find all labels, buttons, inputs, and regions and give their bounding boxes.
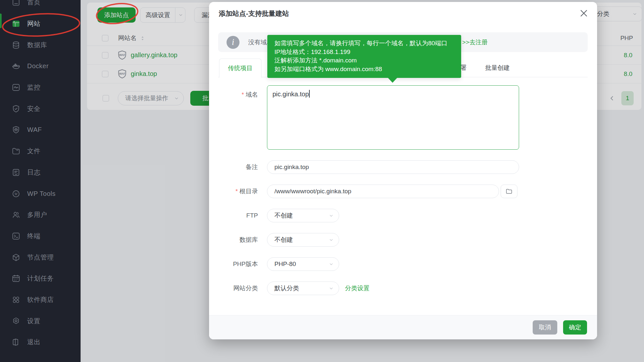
text-caret bbox=[309, 90, 310, 98]
domain-row: *域名 pic.ginka.top bbox=[209, 85, 597, 150]
root-dir-row: *根目录 /www/wwwroot/pic.ginka.top bbox=[209, 185, 597, 198]
tooltip-line: 如另加端口格式为 www.domain.com:88 bbox=[274, 65, 461, 74]
chevron-down-icon bbox=[329, 213, 334, 218]
php-version-row: PHP版本 PHP-80 bbox=[209, 257, 597, 271]
php-version-label: PHP版本 bbox=[209, 257, 258, 271]
domain-textarea[interactable]: pic.ginka.top bbox=[267, 85, 519, 150]
tab-batch-create[interactable]: 批量创建 bbox=[485, 59, 510, 77]
browse-folder-button[interactable] bbox=[501, 185, 517, 198]
folder-icon bbox=[505, 188, 513, 195]
chevron-down-icon bbox=[329, 238, 334, 242]
close-icon[interactable] bbox=[579, 8, 589, 18]
domain-help-tooltip: 如需填写多个域名，请换行填写，每行一个域名，默认为80端口 IP地址格式：192… bbox=[267, 35, 461, 78]
register-link[interactable]: >>去注册 bbox=[462, 38, 488, 47]
tooltip-line: 泛解析添加方法 *.domain.com bbox=[274, 56, 461, 65]
ftp-label: FTP bbox=[209, 209, 258, 222]
ftp-row: FTP 不创建 bbox=[209, 209, 597, 222]
tooltip-arrow bbox=[388, 78, 397, 83]
database-label: 数据库 bbox=[209, 233, 258, 247]
tooltip-line: IP地址格式：192.168.1.199 bbox=[274, 48, 461, 57]
info-icon: i bbox=[227, 36, 239, 49]
site-category-label: 网站分类 bbox=[209, 282, 258, 295]
remark-label: 备注 bbox=[209, 160, 258, 174]
confirm-button[interactable]: 确定 bbox=[563, 320, 587, 335]
site-category-row: 网站分类 默认分类 分类设置 bbox=[209, 282, 597, 295]
modal-title: 添加站点-支持批量建站 bbox=[219, 9, 289, 18]
remark-input[interactable]: pic.ginka.top bbox=[267, 160, 519, 174]
chevron-down-icon bbox=[329, 286, 334, 291]
tooltip-line: 如需填写多个域名，请换行填写，每行一个域名，默认为80端口 bbox=[274, 39, 461, 48]
database-row: 数据库 不创建 bbox=[209, 233, 597, 247]
remark-row: 备注 pic.ginka.top bbox=[209, 160, 597, 174]
category-settings-link[interactable]: 分类设置 bbox=[345, 282, 370, 295]
modal-footer: 取消 确定 bbox=[209, 315, 597, 339]
screen: 首页 网站 数据库 Docker bbox=[0, 0, 644, 362]
root-dir-input[interactable]: /www/wwwroot/pic.ginka.top bbox=[267, 185, 499, 198]
ftp-select[interactable]: 不创建 bbox=[267, 209, 339, 222]
php-version-select[interactable]: PHP-80 bbox=[267, 257, 339, 271]
root-dir-label: 根目录 bbox=[239, 187, 258, 196]
domain-label: 域名 bbox=[246, 90, 258, 99]
add-site-modal: 添加站点-支持批量建站 i 没有域名 >>去注册 传统项目 一键部署 批量创建 … bbox=[209, 2, 597, 339]
tab-traditional-project[interactable]: 传统项目 bbox=[219, 59, 261, 78]
database-select[interactable]: 不创建 bbox=[267, 233, 339, 247]
site-category-select[interactable]: 默认分类 bbox=[267, 282, 339, 295]
chevron-down-icon bbox=[329, 262, 334, 267]
cancel-button[interactable]: 取消 bbox=[533, 320, 557, 335]
